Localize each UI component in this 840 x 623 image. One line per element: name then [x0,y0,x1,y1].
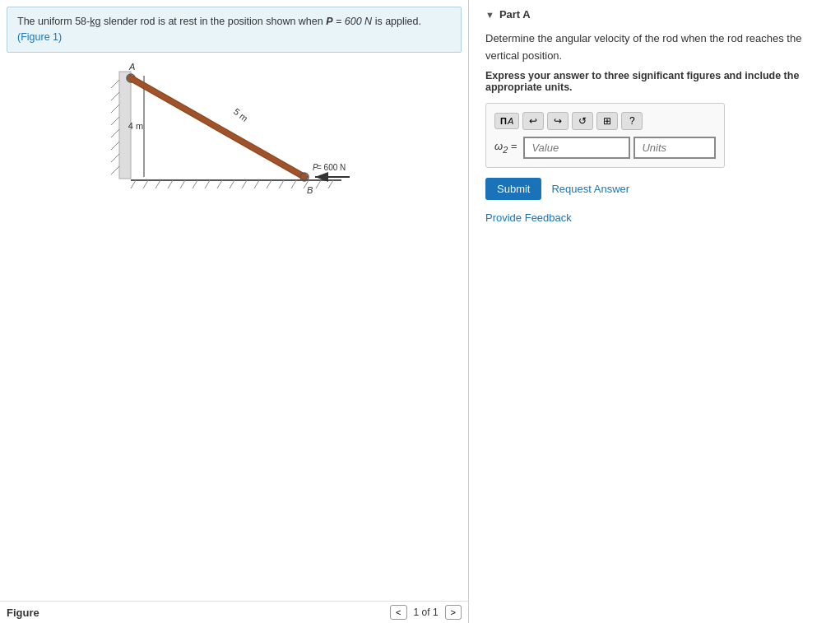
pagination: < 1 of 1 > [390,605,462,620]
actions: Submit Request Answer [485,178,824,200]
svg-line-19 [155,180,160,188]
figure-svg: 4 m A 5 m [111,55,358,199]
svg-line-2 [111,92,119,100]
question-line1: Determine the angular velocity of the ro… [485,30,824,65]
svg-line-6 [111,142,119,150]
svg-line-24 [217,180,222,188]
svg-line-33 [328,180,333,188]
figure-label: Figure [7,607,39,619]
provide-feedback-link[interactable]: Provide Feedback [485,212,824,224]
undo-button[interactable]: ↩ [522,112,544,130]
svg-line-29 [279,180,284,188]
svg-text:B: B [307,185,313,195]
svg-line-14 [131,78,304,177]
prev-page-button[interactable]: < [390,605,406,620]
problem-statement: The uniform 58-kg slender rod is at rest… [7,7,462,53]
collapse-icon[interactable]: ▼ [485,10,494,20]
svg-text:A: A [128,62,135,72]
svg-line-4 [111,117,119,125]
page-indicator: 1 of 1 [414,607,439,618]
svg-line-32 [316,180,321,188]
part-header: ▼ Part A [485,8,824,21]
answer-box: ΠΑ ↩ ↪ ↺ ⊞ ? ω2 = [485,103,725,168]
question-line2: Express your answer to three significant… [485,70,824,93]
omega-label: ω2 = [494,140,517,155]
svg-line-27 [254,180,259,188]
svg-line-1 [111,80,119,88]
svg-line-22 [193,180,197,188]
svg-line-7 [111,154,119,162]
keyboard-button[interactable]: ⊞ [596,112,618,130]
figure-area: 4 m A 5 m [0,59,468,624]
svg-line-30 [291,180,296,188]
svg-line-25 [230,180,234,188]
svg-line-5 [111,129,119,137]
request-answer-link[interactable]: Request Answer [551,183,629,195]
svg-text:4 m: 4 m [128,121,142,131]
svg-text:5 m: 5 m [231,106,249,123]
svg-line-3 [111,105,119,113]
svg-line-20 [168,180,173,188]
input-row: ω2 = [494,137,716,159]
problem-text: The uniform 58-kg slender rod is at rest… [17,16,421,43]
right-panel: ▼ Part A Determine the angular velocity … [469,0,840,623]
svg-line-26 [242,180,247,188]
next-page-button[interactable]: > [445,605,462,620]
submit-button[interactable]: Submit [485,178,541,200]
figure-diagram: 4 m A 5 m [0,59,468,207]
format-bold-italic-button[interactable]: ΠΑ [494,113,519,129]
figure-header: Figure < 1 of 1 > [0,601,468,623]
svg-line-18 [143,180,148,188]
units-input[interactable] [633,137,716,159]
part-label: Part A [499,8,531,21]
refresh-button[interactable]: ↺ [572,112,593,130]
svg-line-28 [267,180,271,188]
toolbar: ΠΑ ↩ ↪ ↺ ⊞ ? [494,112,716,130]
svg-text:= 600 N: = 600 N [317,163,346,172]
left-panel: The uniform 58-kg slender rod is at rest… [0,0,469,623]
value-input[interactable] [523,137,630,159]
svg-line-8 [111,166,119,174]
svg-line-21 [180,180,185,188]
figure-link[interactable]: (Figure 1) [17,31,62,43]
redo-button[interactable]: ↪ [547,112,569,130]
help-button[interactable]: ? [621,112,643,130]
svg-line-17 [131,180,136,188]
svg-line-23 [205,180,210,188]
